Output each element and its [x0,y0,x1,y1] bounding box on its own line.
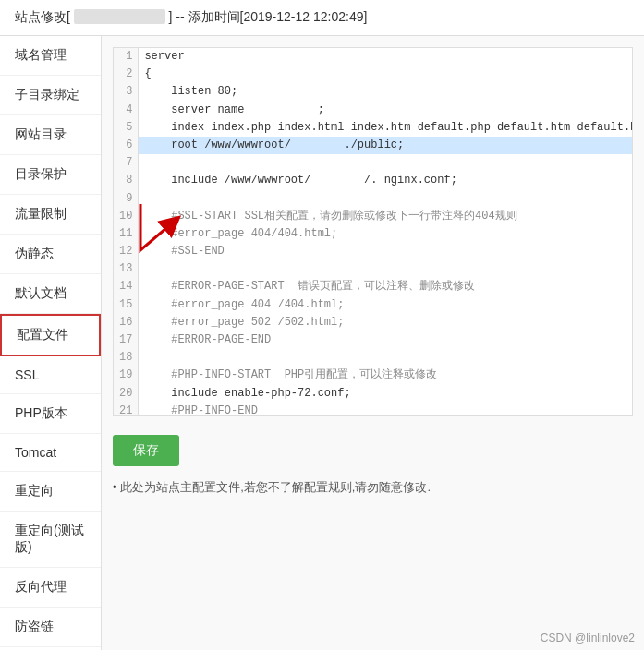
watermark: CSDN @linlinlove2 [541,632,635,644]
table-row: 1server [114,48,633,66]
sidebar-item-phpver[interactable]: PHP版本 [0,394,101,434]
sidebar-item-rewrite[interactable]: 伪静态 [0,235,101,274]
content-area: 1server2{3 listen 80;4 server_name ;5 in… [102,36,644,650]
table-row: 20 include enable-php-72.conf; [114,385,633,403]
line-code: #ERROR-PAGE-START 错误页配置，可以注释、删除或修改 [139,278,633,295]
line-number: 16 [114,314,139,331]
table-row: 17 #ERROR-PAGE-END [114,331,633,349]
table-row: 7 [114,154,633,172]
line-number: 11 [114,225,139,243]
code-table: 1server2{3 listen 80;4 server_name ;5 in… [114,48,633,416]
line-code: index index.php index.html index.htm def… [139,119,633,137]
line-number: 4 [114,102,139,119]
line-number: 21 [114,403,139,416]
code-editor[interactable]: 1server2{3 listen 80;4 server_name ;5 in… [113,47,633,416]
sidebar-item-ratelimit[interactable]: 流量限制 [0,195,101,235]
table-row: 19 #PHP-INFO-START PHP引用配置，可以注释或修改 [114,367,633,384]
sidebar-item-config[interactable]: 配置文件 [0,314,101,356]
sidebar-item-ssl[interactable]: SSL [0,356,101,394]
title-suffix: ] -- 添加时间[2019-12-12 12:02:49] [169,9,368,24]
sidebar: 域名管理子目录绑定网站目录目录保护流量限制伪静态默认文档配置文件SSLPHP版本… [0,36,102,650]
table-row: 15 #error_page 404 /404.html; [114,296,633,314]
table-row: 10 #SSL-START SSL相关配置，请勿删除或修改下一行带注释的404规… [114,208,633,225]
title-domain [74,9,165,24]
table-row: 4 server_name ; [114,102,633,119]
line-code [139,349,633,367]
table-row: 2{ [114,66,633,83]
line-code: include /www/wwwroot/ /. nginx.conf; [139,172,633,189]
save-button[interactable]: 保存 [113,435,179,466]
sidebar-item-webdir[interactable]: 网站目录 [0,115,101,155]
line-number: 2 [114,66,139,83]
table-row: 21 #PHP-INFO-END [114,403,633,416]
sidebar-item-proxy[interactable]: 反向代理 [0,568,101,608]
line-code [139,154,633,172]
sidebar-item-redirect[interactable]: 重定向 [0,472,101,512]
line-code: #PHP-INFO-START PHP引用配置，可以注释或修改 [139,367,633,384]
title-bar: 站点修改[ ] -- 添加时间[2019-12-12 12:02:49] [0,0,644,36]
sidebar-item-domain[interactable]: 域名管理 [0,36,101,76]
line-number: 17 [114,331,139,349]
line-code: #ERROR-PAGE-END [139,331,633,349]
line-code: root /www/wwwroot/ ./public; [139,137,633,154]
line-number: 3 [114,83,139,101]
line-number: 8 [114,172,139,189]
line-code: { [139,66,633,83]
line-code: listen 80; [139,83,633,101]
line-code: server_name ; [139,102,633,119]
table-row: 11 #error_page 404/404.html; [114,225,633,243]
line-number: 13 [114,260,139,278]
table-row: 13 [114,260,633,278]
line-code: #SSL-END [139,243,633,260]
line-number: 20 [114,385,139,403]
line-code: #SSL-START SSL相关配置，请勿删除或修改下一行带注释的404规则 [139,208,633,225]
line-number: 1 [114,48,139,66]
title-text: 站点修改[ [15,9,70,24]
line-number: 9 [114,190,139,208]
sidebar-item-redirect2[interactable]: 重定向(测试版) [0,512,101,568]
table-row: 8 include /www/wwwroot/ /. nginx.conf; [114,172,633,189]
line-number: 15 [114,296,139,314]
line-number: 14 [114,278,139,295]
main-layout: 域名管理子目录绑定网站目录目录保护流量限制伪静态默认文档配置文件SSLPHP版本… [0,36,644,650]
line-number: 5 [114,119,139,137]
sidebar-item-subdir[interactable]: 子目录绑定 [0,76,101,115]
line-code: #error_page 502 /502.html; [139,314,633,331]
table-row: 12 #SSL-END [114,243,633,260]
sidebar-item-defaultdoc[interactable]: 默认文档 [0,274,101,314]
table-row: 6 root /www/wwwroot/ ./public; [114,137,633,154]
line-code: #error_page 404 /404.html; [139,296,633,314]
table-row: 16 #error_page 502 /502.html; [114,314,633,331]
line-code: include enable-php-72.conf; [139,385,633,403]
line-code [139,260,633,278]
table-row: 14 #ERROR-PAGE-START 错误页配置，可以注释、删除或修改 [114,278,633,295]
table-row: 3 listen 80; [114,83,633,101]
table-row: 18 [114,349,633,367]
line-number: 10 [114,208,139,225]
line-number: 18 [114,349,139,367]
sidebar-item-tomcat[interactable]: Tomcat [0,434,101,472]
sidebar-item-dirprot[interactable]: 目录保护 [0,155,101,195]
line-number: 7 [114,154,139,172]
line-number: 6 [114,137,139,154]
line-code [139,190,633,208]
note-text: 此处为站点主配置文件,若您不了解配置规则,请勿随意修改. [113,479,633,496]
save-section: 保存 [113,426,633,474]
sidebar-item-hotlink[interactable]: 防盗链 [0,608,101,647]
line-code: #PHP-INFO-END [139,403,633,416]
line-code: server [139,48,633,66]
line-number: 19 [114,367,139,384]
line-code: #error_page 404/404.html; [139,225,633,243]
line-number: 12 [114,243,139,260]
table-row: 5 index index.php index.html index.htm d… [114,119,633,137]
table-row: 9 [114,190,633,208]
code-wrapper: 1server2{3 listen 80;4 server_name ;5 in… [113,47,633,416]
